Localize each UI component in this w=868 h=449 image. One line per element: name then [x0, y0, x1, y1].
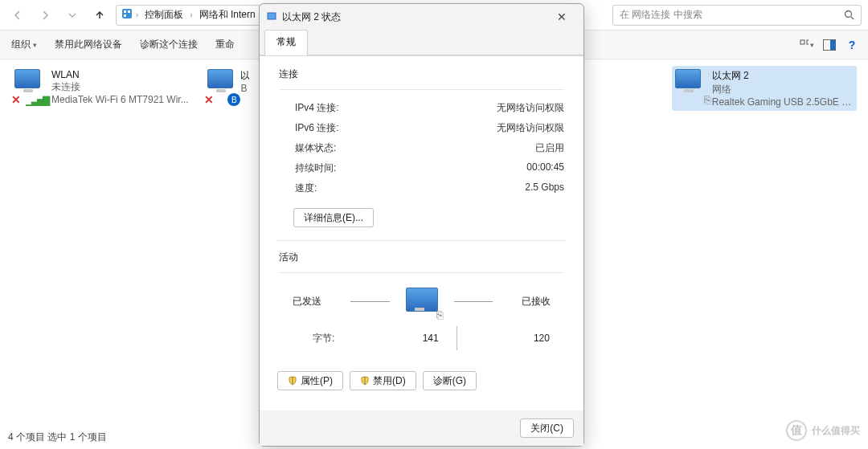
svg-rect-0 — [122, 9, 132, 18]
shield-icon — [360, 376, 370, 386]
search-icon — [844, 10, 854, 20]
diagnose-connection-button[interactable]: 诊断这个连接 — [137, 36, 201, 53]
tab-general[interactable]: 常规 — [264, 30, 308, 55]
ethernet-icon — [266, 11, 277, 22]
breadcrumb[interactable]: › 控制面板 › 网络和 Intern — [116, 5, 264, 26]
connection-item-ethernet2[interactable]: ⎘ 以太网 2 网络 Realtek Gaming USB 2.5GbE F..… — [672, 66, 857, 111]
row-duration: 持续时间:00:00:45 — [279, 158, 564, 178]
close-dialog-button[interactable]: 关闭(C) — [520, 418, 574, 438]
bytes-label: 字节: — [313, 332, 361, 345]
wlan-icon: ✕ ▁▃▅▇ — [14, 69, 47, 101]
preview-pane-button[interactable] — [823, 39, 836, 51]
connection-adapter: Realtek Gaming USB 2.5GbE F... — [712, 96, 854, 108]
connection-status: 网络 — [712, 83, 854, 96]
svg-rect-2 — [128, 10, 130, 13]
svg-rect-3 — [124, 14, 126, 17]
forward-button[interactable] — [34, 4, 56, 27]
disable-button[interactable]: 禁用(D) — [350, 371, 416, 390]
chevron-right-icon: › — [190, 10, 192, 19]
diagnose-button[interactable]: 诊断(G) — [423, 371, 477, 390]
row-ipv4: IPv4 连接:无网络访问权限 — [279, 98, 564, 118]
dialog-titlebar[interactable]: 以太网 2 状态 ✕ — [260, 4, 583, 30]
disable-device-button[interactable]: 禁用此网络设备 — [51, 36, 125, 53]
wifi-bars-icon: ▁▃▅▇ — [26, 95, 48, 106]
section-activity-header: 活动 — [279, 251, 564, 264]
crumb-network[interactable]: 网络和 Intern — [196, 8, 259, 22]
svg-rect-1 — [124, 10, 126, 13]
ethernet-plug-icon: ⎘ — [436, 308, 443, 321]
activity-computer-icon: ⎘ — [406, 288, 438, 315]
row-speed: 速度:2.5 Gbps — [279, 178, 564, 198]
watermark-icon: 值 — [786, 420, 807, 441]
svg-rect-5 — [800, 40, 805, 44]
ethernet-plug-icon: ⎘ — [704, 93, 710, 106]
bluetooth-network-icon: ✕ B — [207, 69, 235, 101]
close-button[interactable]: ✕ — [547, 6, 577, 27]
organize-menu[interactable]: 组织▾ — [8, 36, 40, 53]
status-bar: 4 个项目 选中 1 个项目 — [8, 431, 107, 444]
ethernet-icon: ⎘ — [675, 69, 707, 101]
disconnected-icon: ✕ — [11, 93, 21, 106]
search-input[interactable]: 在 网络连接 中搜索 — [612, 5, 862, 26]
watermark: 值 什么值得买 — [786, 420, 860, 441]
ethernet-status-dialog: 以太网 2 状态 ✕ 常规 连接 IPv4 连接:无网络访问权限 IPv6 连接… — [259, 3, 584, 447]
connection-status: 未连接 — [51, 80, 189, 94]
sent-label: 已发送 — [279, 295, 334, 308]
recent-dropdown[interactable] — [61, 4, 84, 27]
rename-button[interactable]: 重命 — [212, 36, 238, 53]
bytes-sent-value: 141 — [365, 333, 453, 344]
crumb-control-panel[interactable]: 控制面板 — [141, 8, 186, 22]
svg-rect-7 — [268, 13, 276, 19]
chevron-right-icon: › — [136, 10, 138, 19]
up-button[interactable] — [88, 4, 111, 27]
bytes-row: 字节: 141 120 — [279, 316, 564, 353]
help-button[interactable]: ? — [844, 37, 860, 53]
details-button[interactable]: 详细信息(E)... — [293, 208, 374, 227]
connection-adapter: B — [240, 83, 249, 94]
chevron-down-icon: ▾ — [33, 41, 37, 49]
search-placeholder: 在 网络连接 中搜索 — [620, 8, 844, 22]
back-button[interactable] — [6, 4, 29, 27]
activity-diagram: 已发送 ⎘ 已接收 — [279, 281, 564, 316]
section-connection-header: 连接 — [279, 67, 564, 81]
control-panel-icon — [121, 8, 133, 22]
svg-point-4 — [845, 11, 852, 18]
chevron-down-icon: ▾ — [810, 41, 814, 49]
dialog-tabs: 常规 — [260, 30, 583, 55]
properties-button[interactable]: 属性(P) — [277, 371, 343, 390]
connection-name: WLAN — [51, 69, 189, 80]
received-label: 已接收 — [509, 295, 564, 308]
row-media-state: 媒体状态:已启用 — [279, 138, 564, 158]
dialog-title: 以太网 2 状态 — [282, 10, 542, 24]
bytes-received-value: 120 — [461, 333, 550, 344]
connection-name: 以太网 2 — [712, 69, 854, 83]
connection-item-bluetooth[interactable]: ✕ B 以 B — [204, 66, 252, 111]
watermark-text: 什么值得买 — [812, 424, 860, 438]
svg-rect-6 — [807, 40, 809, 44]
connection-adapter: MediaTek Wi-Fi 6 MT7921 Wir... — [51, 94, 189, 105]
connection-name: 以 — [240, 69, 249, 83]
connection-item-wlan[interactable]: ✕ ▁▃▅▇ WLAN 未连接 MediaTek Wi-Fi 6 MT7921 … — [11, 66, 196, 111]
shield-icon — [288, 376, 297, 386]
disconnected-icon: ✕ — [204, 93, 214, 106]
row-ipv6: IPv6 连接:无网络访问权限 — [279, 118, 564, 138]
view-options-button[interactable]: ▾ — [799, 37, 815, 53]
bluetooth-icon: B — [227, 93, 240, 106]
